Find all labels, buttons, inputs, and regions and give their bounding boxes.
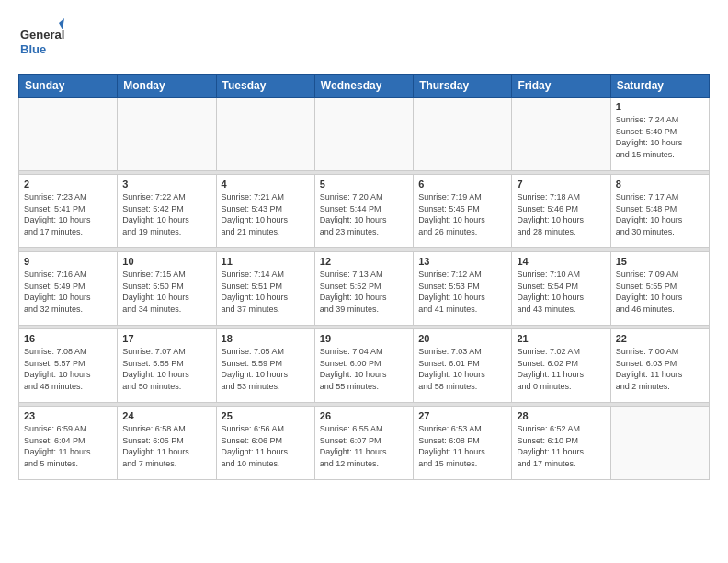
day-number: 27 <box>418 410 506 421</box>
calendar-day-cell: 4Sunrise: 7:21 AM Sunset: 5:43 PM Daylig… <box>216 175 314 248</box>
day-number: 16 <box>24 333 112 344</box>
day-number: 17 <box>122 333 210 344</box>
calendar-day-cell: 24Sunrise: 6:58 AM Sunset: 6:05 PM Dayli… <box>118 407 216 480</box>
calendar-week-row: 23Sunrise: 6:59 AM Sunset: 6:04 PM Dayli… <box>19 407 710 480</box>
day-info: Sunrise: 7:15 AM Sunset: 5:50 PM Dayligh… <box>122 269 210 315</box>
calendar-day-cell <box>314 98 413 171</box>
calendar-day-cell: 1Sunrise: 7:24 AM Sunset: 5:40 PM Daylig… <box>610 98 709 171</box>
calendar-day-cell <box>118 98 216 171</box>
weekday-header-row: SundayMondayTuesdayWednesdayThursdayFrid… <box>19 75 710 98</box>
calendar-week-row: 1Sunrise: 7:24 AM Sunset: 5:40 PM Daylig… <box>19 98 710 171</box>
calendar-day-cell: 8Sunrise: 7:17 AM Sunset: 5:48 PM Daylig… <box>610 175 709 248</box>
calendar-day-cell: 6Sunrise: 7:19 AM Sunset: 5:45 PM Daylig… <box>414 175 512 248</box>
day-number: 10 <box>122 256 210 267</box>
day-number: 25 <box>222 410 310 421</box>
calendar-day-cell: 19Sunrise: 7:04 AM Sunset: 6:00 PM Dayli… <box>314 329 413 403</box>
logo: General Blue <box>18 18 64 64</box>
calendar-day-cell: 22Sunrise: 7:00 AM Sunset: 6:03 PM Dayli… <box>610 329 709 403</box>
weekday-header: Wednesday <box>314 75 413 98</box>
day-info: Sunrise: 7:00 AM Sunset: 6:03 PM Dayligh… <box>616 346 704 392</box>
calendar-day-cell <box>610 407 709 480</box>
weekday-header: Saturday <box>610 75 709 98</box>
weekday-header: Sunday <box>19 75 118 98</box>
weekday-header: Tuesday <box>216 75 314 98</box>
calendar-day-cell <box>414 98 512 171</box>
calendar-day-cell <box>512 98 610 171</box>
day-info: Sunrise: 7:07 AM Sunset: 5:58 PM Dayligh… <box>122 346 210 392</box>
calendar-day-cell: 15Sunrise: 7:09 AM Sunset: 5:55 PM Dayli… <box>610 252 709 326</box>
day-info: Sunrise: 6:55 AM Sunset: 6:07 PM Dayligh… <box>320 423 408 469</box>
day-info: Sunrise: 7:17 AM Sunset: 5:48 PM Dayligh… <box>616 191 704 237</box>
logo-svg: General Blue <box>18 18 64 64</box>
day-number: 5 <box>320 178 408 190</box>
day-info: Sunrise: 7:13 AM Sunset: 5:52 PM Dayligh… <box>320 269 408 315</box>
calendar-day-cell: 25Sunrise: 6:56 AM Sunset: 6:06 PM Dayli… <box>216 407 314 480</box>
calendar-day-cell: 16Sunrise: 7:08 AM Sunset: 5:57 PM Dayli… <box>19 329 118 403</box>
day-info: Sunrise: 7:18 AM Sunset: 5:46 PM Dayligh… <box>517 191 605 237</box>
calendar-day-cell: 9Sunrise: 7:16 AM Sunset: 5:49 PM Daylig… <box>19 252 118 326</box>
day-number: 11 <box>222 256 310 267</box>
calendar-day-cell <box>19 98 118 171</box>
day-info: Sunrise: 7:24 AM Sunset: 5:40 PM Dayligh… <box>616 114 704 160</box>
calendar-day-cell: 12Sunrise: 7:13 AM Sunset: 5:52 PM Dayli… <box>314 252 413 326</box>
calendar-day-cell: 7Sunrise: 7:18 AM Sunset: 5:46 PM Daylig… <box>512 175 610 248</box>
calendar-day-cell: 20Sunrise: 7:03 AM Sunset: 6:01 PM Dayli… <box>414 329 512 403</box>
day-number: 23 <box>24 410 112 421</box>
svg-text:General: General <box>20 28 64 41</box>
weekday-header: Friday <box>512 75 610 98</box>
calendar-day-cell: 26Sunrise: 6:55 AM Sunset: 6:07 PM Dayli… <box>314 407 413 480</box>
day-number: 28 <box>517 410 605 421</box>
day-number: 20 <box>418 333 506 344</box>
calendar-day-cell: 14Sunrise: 7:10 AM Sunset: 5:54 PM Dayli… <box>512 252 610 326</box>
calendar-week-row: 16Sunrise: 7:08 AM Sunset: 5:57 PM Dayli… <box>19 329 710 403</box>
day-number: 2 <box>24 178 112 190</box>
calendar-day-cell: 21Sunrise: 7:02 AM Sunset: 6:02 PM Dayli… <box>512 329 610 403</box>
day-info: Sunrise: 7:23 AM Sunset: 5:41 PM Dayligh… <box>24 191 112 237</box>
day-number: 21 <box>517 333 605 344</box>
day-info: Sunrise: 7:19 AM Sunset: 5:45 PM Dayligh… <box>418 191 506 237</box>
day-number: 15 <box>616 256 704 267</box>
calendar: SundayMondayTuesdayWednesdayThursdayFrid… <box>18 74 710 480</box>
day-info: Sunrise: 6:59 AM Sunset: 6:04 PM Dayligh… <box>24 423 112 469</box>
day-info: Sunrise: 6:53 AM Sunset: 6:08 PM Dayligh… <box>418 423 506 469</box>
day-number: 9 <box>24 256 112 267</box>
day-info: Sunrise: 7:12 AM Sunset: 5:53 PM Dayligh… <box>418 269 506 315</box>
weekday-header: Monday <box>118 75 216 98</box>
day-number: 3 <box>122 178 210 190</box>
calendar-day-cell: 27Sunrise: 6:53 AM Sunset: 6:08 PM Dayli… <box>414 407 512 480</box>
day-number: 6 <box>418 178 506 190</box>
day-info: Sunrise: 7:09 AM Sunset: 5:55 PM Dayligh… <box>616 269 704 315</box>
day-info: Sunrise: 7:08 AM Sunset: 5:57 PM Dayligh… <box>24 346 112 392</box>
calendar-day-cell: 17Sunrise: 7:07 AM Sunset: 5:58 PM Dayli… <box>118 329 216 403</box>
day-number: 22 <box>616 333 704 344</box>
calendar-day-cell: 5Sunrise: 7:20 AM Sunset: 5:44 PM Daylig… <box>314 175 413 248</box>
calendar-day-cell: 18Sunrise: 7:05 AM Sunset: 5:59 PM Dayli… <box>216 329 314 403</box>
calendar-week-row: 2Sunrise: 7:23 AM Sunset: 5:41 PM Daylig… <box>19 175 710 248</box>
day-info: Sunrise: 7:03 AM Sunset: 6:01 PM Dayligh… <box>418 346 506 392</box>
day-info: Sunrise: 7:04 AM Sunset: 6:00 PM Dayligh… <box>320 346 408 392</box>
calendar-day-cell: 10Sunrise: 7:15 AM Sunset: 5:50 PM Dayli… <box>118 252 216 326</box>
calendar-day-cell: 3Sunrise: 7:22 AM Sunset: 5:42 PM Daylig… <box>118 175 216 248</box>
day-info: Sunrise: 7:14 AM Sunset: 5:51 PM Dayligh… <box>222 269 310 315</box>
svg-text:Blue: Blue <box>20 42 46 56</box>
day-number: 18 <box>222 333 310 344</box>
day-info: Sunrise: 7:16 AM Sunset: 5:49 PM Dayligh… <box>24 269 112 315</box>
page-header: General Blue <box>18 18 710 64</box>
day-number: 24 <box>122 410 210 421</box>
day-number: 19 <box>320 333 408 344</box>
day-number: 12 <box>320 256 408 267</box>
day-number: 13 <box>418 256 506 267</box>
day-number: 26 <box>320 410 408 421</box>
calendar-day-cell: 23Sunrise: 6:59 AM Sunset: 6:04 PM Dayli… <box>19 407 118 480</box>
calendar-day-cell: 28Sunrise: 6:52 AM Sunset: 6:10 PM Dayli… <box>512 407 610 480</box>
day-info: Sunrise: 6:52 AM Sunset: 6:10 PM Dayligh… <box>517 423 605 469</box>
day-info: Sunrise: 7:10 AM Sunset: 5:54 PM Dayligh… <box>517 269 605 315</box>
day-info: Sunrise: 7:05 AM Sunset: 5:59 PM Dayligh… <box>222 346 310 392</box>
calendar-day-cell: 13Sunrise: 7:12 AM Sunset: 5:53 PM Dayli… <box>414 252 512 326</box>
day-number: 7 <box>517 178 605 190</box>
day-number: 4 <box>222 178 310 190</box>
calendar-week-row: 9Sunrise: 7:16 AM Sunset: 5:49 PM Daylig… <box>19 252 710 326</box>
day-number: 14 <box>517 256 605 267</box>
weekday-header: Thursday <box>414 75 512 98</box>
calendar-day-cell: 11Sunrise: 7:14 AM Sunset: 5:51 PM Dayli… <box>216 252 314 326</box>
